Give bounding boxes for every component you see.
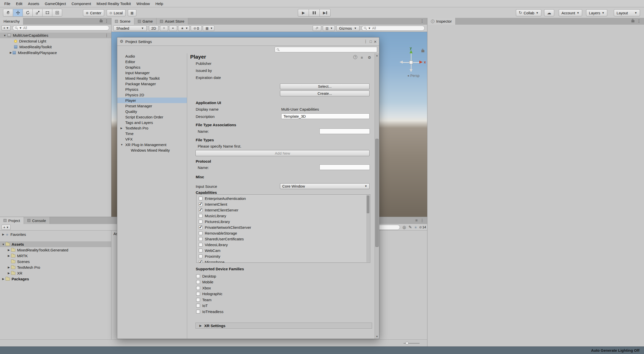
capability-checkbox[interactable] bbox=[199, 254, 203, 258]
input-source-dropdown[interactable]: Core Window ▼ bbox=[280, 183, 370, 189]
settings-scrollbar[interactable]: ▲ ▼ bbox=[375, 53, 379, 339]
capability-checkbox[interactable] bbox=[199, 208, 203, 212]
capability-checkbox[interactable] bbox=[199, 220, 203, 224]
project-row-favorites[interactable]: ▶ ★ Favorites bbox=[0, 232, 111, 237]
project-row-assets[interactable]: ▼ Assets bbox=[0, 241, 111, 247]
xr-settings-foldout[interactable]: ▶ XR Settings bbox=[195, 323, 372, 329]
effects-dropdown[interactable]: ★ ▼ bbox=[178, 25, 190, 31]
inspector-menu-icon[interactable]: ⋮ bbox=[637, 19, 641, 25]
settings-search-field[interactable] bbox=[281, 47, 375, 52]
settings-nav-graphics[interactable]: Graphics bbox=[117, 64, 187, 70]
capability-row[interactable]: Microphone bbox=[196, 259, 370, 263]
device-family-row[interactable]: Xbox bbox=[196, 285, 211, 291]
hidden-count-badge[interactable]: ⊘ 14 bbox=[419, 225, 426, 229]
tab-game[interactable]: Game bbox=[134, 18, 157, 25]
axis-negy-cone[interactable] bbox=[410, 69, 413, 72]
tab-asset-store[interactable]: Asset Store bbox=[156, 18, 188, 25]
slider-knob[interactable] bbox=[406, 342, 409, 345]
settings-nav-windows-mixed-reality[interactable]: Windows Mixed Reality bbox=[117, 147, 187, 153]
menu-item-window[interactable]: Window bbox=[134, 0, 152, 7]
device-family-checkbox[interactable] bbox=[196, 310, 200, 314]
hierarchy-menu-icon[interactable]: ⋮ bbox=[105, 19, 109, 25]
thumbnail-size-slider[interactable] bbox=[404, 343, 420, 344]
settings-nav-physics[interactable]: Physics bbox=[117, 86, 187, 92]
expand-arrow-icon[interactable]: ▶ bbox=[7, 266, 11, 269]
project-add-button[interactable]: +▼ bbox=[2, 225, 11, 230]
camera-mode-label[interactable]: ◀ Persp bbox=[407, 74, 420, 78]
audio-toggle-button[interactable] bbox=[169, 25, 177, 31]
axis-negx-cone[interactable] bbox=[399, 61, 403, 64]
menu-item-edit[interactable]: Edit bbox=[13, 0, 25, 7]
capability-checkbox[interactable] bbox=[199, 197, 203, 200]
description-input[interactable] bbox=[283, 114, 368, 119]
tab-scene[interactable]: Scene bbox=[111, 18, 134, 25]
tab-console[interactable]: Console bbox=[24, 217, 50, 224]
device-family-checkbox[interactable] bbox=[196, 292, 200, 296]
settings-nav-script-execution-order[interactable]: Script Execution Order bbox=[117, 114, 187, 120]
settings-nav-editor[interactable]: Editor bbox=[117, 59, 187, 64]
tab-inspector[interactable]: i Inspector bbox=[427, 18, 456, 25]
scroll-up-icon[interactable]: ▲ bbox=[375, 54, 379, 57]
settings-nav-time[interactable]: Time bbox=[117, 131, 187, 136]
layout-list-icon[interactable]: ≡ bbox=[415, 218, 418, 224]
rotate-tool-button[interactable] bbox=[23, 9, 33, 17]
menu-item-mixed-reality-toolkit[interactable]: Mixed Reality Toolkit bbox=[94, 0, 134, 7]
menu-item-help[interactable]: Help bbox=[153, 0, 166, 7]
capability-row[interactable]: WebCam bbox=[196, 248, 370, 253]
expand-arrow-icon[interactable]: ▶ bbox=[2, 233, 5, 236]
capabilities-list[interactable]: EnterpriseAuthentication InternetClient … bbox=[196, 194, 370, 263]
capability-checkbox[interactable] bbox=[199, 243, 203, 247]
collapse-arrow-icon[interactable]: ▼ bbox=[120, 143, 123, 146]
device-family-row[interactable]: IoTHeadless bbox=[196, 309, 223, 315]
project-row-scenes[interactable]: Scenes bbox=[0, 259, 111, 264]
scene-menu-icon[interactable]: ⋮ bbox=[420, 19, 424, 25]
capability-row[interactable]: InternetClient bbox=[196, 201, 370, 207]
cloud-button[interactable]: ☁ bbox=[544, 9, 554, 16]
settings-nav-vfx[interactable]: VFX bbox=[117, 136, 187, 142]
capability-row[interactable]: SharedUserCertificates bbox=[196, 236, 370, 242]
device-family-checkbox[interactable] bbox=[196, 274, 200, 278]
account-dropdown[interactable]: Account ▼ bbox=[559, 9, 582, 16]
scene-camera-dropdown[interactable]: ▥ ▼ bbox=[323, 25, 335, 31]
project-row-mrtk-generated[interactable]: ▶ MixedRealityToolkit.Generated bbox=[0, 247, 111, 253]
expand-arrow-icon[interactable]: ▶ bbox=[7, 272, 11, 275]
close-icon[interactable]: × bbox=[374, 39, 377, 44]
menu-item-component[interactable]: Component bbox=[69, 0, 94, 7]
scene-search-input[interactable]: ▼ All bbox=[361, 26, 425, 31]
capability-checkbox[interactable] bbox=[199, 249, 203, 252]
auto-generate-lighting-status[interactable]: Auto Generate Lighting Off bbox=[591, 348, 640, 352]
scene-visibility-button[interactable]: ⊘ 0 bbox=[191, 25, 202, 31]
lock-icon[interactable] bbox=[100, 20, 103, 22]
hierarchy-row-mixedrealitytoolkit[interactable]: MixedRealityToolkit bbox=[0, 44, 111, 50]
protocol-name-field[interactable] bbox=[319, 164, 370, 170]
settings-nav-package-manager[interactable]: Package Manager bbox=[117, 81, 187, 86]
settings-nav-player[interactable]: Player bbox=[117, 98, 187, 103]
project-menu-icon[interactable]: ⋮ bbox=[420, 218, 424, 224]
project-row-xr[interactable]: ▶ XR bbox=[0, 270, 111, 276]
settings-nav-quality[interactable]: Quality bbox=[117, 109, 187, 114]
scene-tools-button[interactable] bbox=[313, 25, 321, 31]
hand-tool-button[interactable] bbox=[3, 9, 13, 17]
capability-row[interactable]: Proximity bbox=[196, 253, 370, 259]
device-family-checkbox[interactable] bbox=[196, 304, 200, 307]
play-button[interactable]: ▶ bbox=[298, 9, 309, 17]
capability-row[interactable]: PrivateNetworkClientServer bbox=[196, 225, 370, 230]
capability-checkbox[interactable] bbox=[199, 214, 203, 218]
device-family-checkbox[interactable] bbox=[196, 286, 200, 290]
expand-arrow-icon[interactable]: ▶ bbox=[9, 51, 13, 54]
inspector-lock-icon[interactable] bbox=[631, 20, 634, 22]
rect-tool-button[interactable] bbox=[42, 9, 52, 17]
capability-checkbox[interactable] bbox=[199, 202, 203, 206]
gizmo-lock-icon[interactable] bbox=[421, 50, 424, 52]
add-new-button[interactable]: Add New bbox=[195, 150, 370, 156]
preset-icon[interactable]: ≡ bbox=[361, 55, 363, 60]
pivot-toggle-button[interactable]: ⊕ Center bbox=[83, 9, 104, 16]
shading-mode-dropdown[interactable]: Shaded ▼ bbox=[113, 25, 147, 31]
device-family-row[interactable]: Team bbox=[196, 297, 212, 303]
device-family-row[interactable]: Holographic bbox=[196, 291, 222, 297]
hierarchy-search-input[interactable]: ▼ All bbox=[13, 25, 109, 30]
settings-titlebar[interactable]: ⚙ Project Settings ⋮ □ × bbox=[117, 37, 379, 46]
device-family-row[interactable]: IoT bbox=[196, 303, 208, 308]
settings-nav-textmesh-pro[interactable]: ▶TextMesh Pro bbox=[117, 125, 187, 131]
settings-nav-audio[interactable]: Audio bbox=[117, 53, 187, 59]
